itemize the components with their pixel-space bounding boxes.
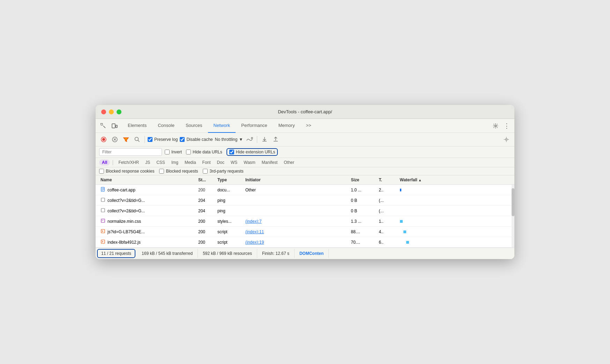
requests-count: 11 / 21 requests [97,249,135,258]
row-initiator: (index):7 [244,218,350,225]
row-name-collect-2: collect?v=2&tid=G... [99,207,197,214]
row-time: (... [378,208,399,214]
type-filter-css[interactable]: CSS [154,159,168,166]
table-row[interactable]: js?id=G-LB75G4E... 200 script (index):11… [96,227,514,237]
blocked-requests-checkbox[interactable]: Blocked requests [159,169,198,174]
network-table: coffee-cart.app 200 docu... Other 1.0 ..… [96,185,514,248]
col-header-size[interactable]: Size [350,177,378,183]
row-status: 200 [197,229,216,235]
finish-time: Finish: 12.67 s [257,249,295,258]
hide-extension-urls-checkbox[interactable]: Hide extension URLs [229,150,275,154]
network-toolbar: Preserve log Disable cache No throttling… [96,133,514,146]
col-header-status[interactable]: St... [197,177,216,183]
close-button[interactable] [101,109,106,114]
export-icon[interactable] [260,135,269,144]
svg-rect-1 [112,124,115,128]
devtools-window: DevTools - coffee-cart.app/ [96,105,514,259]
blocked-cookies-input[interactable] [99,169,104,174]
row-time: 4.. [378,229,399,235]
hide-extension-urls-input[interactable] [229,150,234,154]
svg-rect-15 [101,198,105,202]
type-filter-other[interactable]: Other [281,159,297,166]
disable-cache-input[interactable] [180,137,185,142]
minimize-button[interactable] [109,109,114,114]
device-toggle-icon[interactable] [110,121,119,131]
third-party-checkbox[interactable]: 3rd-party requests [203,169,243,174]
window-controls[interactable] [101,109,121,114]
type-filter-all[interactable]: All [99,159,110,166]
row-status: 204 [197,197,216,204]
row-waterfall [399,187,504,193]
table-row[interactable]: index-8bfa4912.js 200 script (index):19 … [96,237,514,248]
col-header-initiator[interactable]: Initiator [244,177,350,183]
throttle-dropdown[interactable]: No throttling ▼ [215,137,243,142]
type-filter-manifest[interactable]: Manifest [259,159,280,166]
maximize-button[interactable] [117,109,121,114]
import-icon[interactable] [271,135,280,144]
type-filter-font[interactable]: Font [200,159,214,166]
type-filter-media[interactable]: Media [182,159,199,166]
type-filter-img[interactable]: Img [169,159,181,166]
table-row[interactable]: collect?v=2&tid=G... 204 ping 0 B (... [96,206,514,216]
tab-console[interactable]: Console [152,119,180,133]
row-initiator: (index):11 [244,229,350,235]
row-type: script [216,229,244,235]
table-row[interactable]: normalize.min.css 200 styles... (index):… [96,216,514,227]
filter-icon[interactable] [121,135,131,144]
waterfall-bar [403,230,406,233]
scrollbar-thumb[interactable] [512,188,514,216]
col-header-waterfall[interactable]: Waterfall [399,177,504,183]
script-icon [101,239,105,245]
inspect-icon[interactable] [98,121,108,131]
tab-more[interactable]: >> [300,119,317,133]
network-conditions-icon[interactable] [245,135,254,144]
type-filter-ws[interactable]: WS [228,159,240,166]
waterfall-bar [400,189,401,191]
search-icon[interactable] [133,135,142,144]
tab-elements[interactable]: Elements [122,119,152,133]
svg-point-5 [102,138,105,141]
type-filter-fetch-xhr[interactable]: Fetch/XHR [116,159,142,166]
invert-input[interactable] [165,150,170,154]
scrollbar[interactable] [512,185,514,248]
blocked-requests-input[interactable] [159,169,164,174]
tab-performance[interactable]: Performance [236,119,273,133]
col-header-type[interactable]: Type [216,177,244,183]
disable-cache-checkbox[interactable]: Disable cache [180,137,213,142]
table-row[interactable]: coffee-cart.app 200 docu... Other 1.0 ..… [96,185,514,195]
row-waterfall [399,229,504,235]
checkbox-icon [101,197,105,203]
hide-data-urls-checkbox[interactable]: Hide data URLs [186,150,222,154]
more-options-icon[interactable]: ⋮ [502,121,512,131]
tab-sources[interactable]: Sources [180,119,208,133]
preserve-log-checkbox[interactable]: Preserve log [148,137,178,142]
row-name-index-js: index-8bfa4912.js [99,238,197,246]
row-size: 0 B [350,197,378,204]
hide-data-urls-input[interactable] [186,150,191,154]
record-stop-button[interactable] [99,135,108,144]
settings-icon[interactable] [491,121,500,131]
type-filters-bar: All | Fetch/XHR JS CSS Img Media Font Do… [96,158,514,167]
row-type: styles... [216,218,244,225]
row-initiator: Other [244,187,350,193]
filter-input[interactable] [99,148,162,156]
col-header-time[interactable]: T. [378,177,399,183]
table-row[interactable]: collect?v=2&tid=G... 204 ping 0 B (... [96,195,514,206]
type-filter-doc[interactable]: Doc [214,159,227,166]
third-party-input[interactable] [203,169,208,174]
row-status: 200 [197,218,216,225]
preserve-log-input[interactable] [148,137,152,142]
type-filter-wasm[interactable]: Wasm [241,159,258,166]
doc-icon [101,187,105,193]
clear-button[interactable] [110,135,119,144]
tab-network[interactable]: Network [208,119,236,133]
type-filter-js[interactable]: JS [142,159,153,166]
network-settings-icon[interactable] [502,135,511,144]
tab-memory[interactable]: Memory [273,119,300,133]
col-header-name[interactable]: Name [99,177,197,183]
toolbar-separator-1 [144,136,145,143]
row-status: 200 [197,239,216,245]
invert-checkbox[interactable]: Invert [165,150,182,154]
extra-filters-bar: Blocked response cookies Blocked request… [96,167,514,175]
blocked-cookies-checkbox[interactable]: Blocked response cookies [99,169,154,174]
